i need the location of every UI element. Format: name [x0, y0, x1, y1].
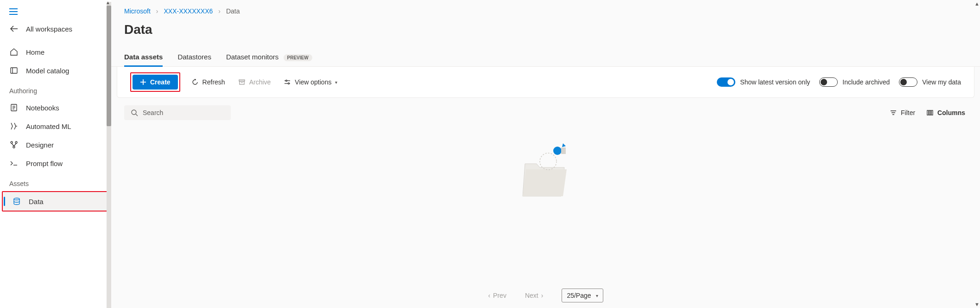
svg-rect-37 — [561, 148, 566, 154]
svg-point-26 — [288, 83, 290, 84]
svg-rect-4 — [11, 68, 17, 73]
home-icon — [9, 47, 19, 57]
svg-point-13 — [13, 146, 15, 148]
pagination: ‹ Prev Next › 25/Page ▾ — [111, 283, 980, 308]
chevron-down-icon: ▾ — [596, 293, 598, 298]
tab-data-assets[interactable]: Data assets — [124, 48, 163, 66]
tab-datastores[interactable]: Datastores — [177, 48, 211, 66]
designer-icon — [9, 140, 19, 149]
sidebar-section-assets: Assets — [0, 173, 111, 191]
all-workspaces-link[interactable]: All workspaces — [0, 19, 111, 38]
create-button[interactable]: Create — [133, 75, 178, 90]
svg-rect-33 — [929, 110, 931, 115]
svg-line-15 — [14, 143, 16, 146]
chevron-right-icon: › — [156, 7, 158, 15]
svg-rect-34 — [931, 110, 933, 115]
chevron-right-icon: › — [218, 7, 221, 15]
automl-icon — [9, 122, 19, 131]
view-options-button[interactable]: View options ▾ — [282, 76, 339, 89]
search-icon — [131, 109, 138, 116]
columns-button[interactable]: Columns — [924, 106, 967, 119]
sidebar-item-model-catalog[interactable]: Model catalog — [0, 61, 111, 80]
sidebar-item-label: Model catalog — [26, 67, 69, 75]
sidebar-item-data[interactable]: Data — [3, 192, 108, 211]
toolbar: Create Refresh Archive View options ▾ — [117, 67, 974, 98]
breadcrumb: Microsoft › XXX-XXXXXXX6 › Data — [111, 0, 980, 19]
preview-badge: PREVIEW — [284, 54, 312, 61]
page-size-select[interactable]: 25/Page ▾ — [562, 289, 603, 302]
include-archived-toggle-group: Include archived — [819, 77, 890, 87]
svg-point-27 — [132, 110, 136, 115]
hamburger-menu[interactable] — [0, 4, 111, 19]
view-my-data-toggle[interactable] — [899, 77, 917, 87]
filter-icon — [890, 109, 897, 116]
archive-button: Archive — [236, 76, 273, 89]
svg-rect-32 — [927, 110, 929, 115]
sidebar-item-label: Data — [29, 198, 44, 205]
toggle-label: Show latest version only — [740, 78, 810, 86]
empty-state — [111, 122, 980, 283]
breadcrumb-current: Data — [226, 7, 240, 15]
tabs: Data assets Datastores Dataset monitors … — [111, 48, 980, 67]
sidebar-item-home[interactable]: Home — [0, 43, 111, 61]
include-archived-toggle[interactable] — [819, 77, 838, 87]
show-latest-toggle-group: Show latest version only — [717, 77, 810, 87]
arrow-left-icon — [9, 24, 19, 33]
data-icon — [12, 197, 21, 206]
search-box[interactable] — [124, 105, 231, 120]
page-title: Data — [111, 19, 980, 48]
chevron-left-icon: ‹ — [488, 292, 490, 299]
sidebar-section-authoring: Authoring — [0, 80, 111, 98]
sidebar-scrollbar[interactable]: ▲ — [107, 2, 111, 308]
main-scrollbar[interactable]: ▲ ▼ — [974, 0, 980, 308]
notebook-icon — [9, 103, 19, 112]
svg-point-24 — [286, 80, 287, 82]
sidebar-item-label: Notebooks — [26, 104, 59, 112]
archive-icon — [238, 78, 246, 86]
sidebar-item-notebooks[interactable]: Notebooks — [0, 98, 111, 117]
sidebar-item-label: Home — [26, 48, 44, 56]
sidebar-item-label: Prompt flow — [26, 160, 63, 167]
refresh-button[interactable]: Refresh — [190, 76, 227, 89]
svg-marker-38 — [562, 143, 566, 147]
sliders-icon — [284, 78, 291, 86]
sidebar-item-label: Automated ML — [26, 122, 71, 130]
search-input[interactable] — [143, 109, 224, 116]
sidebar-item-label: Designer — [26, 141, 54, 149]
columns-icon — [926, 109, 934, 116]
main-content: Microsoft › XXX-XXXXXXX6 › Data Data Dat… — [111, 0, 980, 308]
svg-point-36 — [553, 147, 562, 155]
sidebar-item-designer[interactable]: Designer — [0, 135, 111, 154]
toggle-label: Include archived — [842, 78, 890, 86]
next-page-button: Next › — [525, 292, 543, 299]
toggle-label: View my data — [922, 78, 961, 86]
breadcrumb-link[interactable]: Microsoft — [124, 7, 151, 15]
refresh-icon — [191, 78, 199, 86]
svg-line-14 — [12, 143, 14, 146]
all-workspaces-label: All workspaces — [26, 25, 72, 33]
show-latest-toggle[interactable] — [717, 77, 735, 87]
prev-page-button: ‹ Prev — [488, 292, 506, 299]
filter-button[interactable]: Filter — [888, 106, 917, 119]
chevron-down-icon: ▾ — [335, 80, 337, 85]
prompt-flow-icon — [9, 159, 19, 168]
tab-dataset-monitors[interactable]: Dataset monitors PREVIEW — [226, 48, 312, 66]
chevron-right-icon: › — [541, 292, 544, 299]
sidebar-item-prompt-flow[interactable]: Prompt flow — [0, 154, 111, 173]
catalog-icon — [9, 66, 19, 75]
view-my-data-toggle-group: View my data — [899, 77, 961, 87]
sidebar-item-automated-ml[interactable]: Automated ML — [0, 117, 111, 135]
plus-icon — [140, 79, 146, 85]
sidebar: All workspaces Home Model catalog Author… — [0, 0, 111, 308]
svg-point-12 — [15, 141, 17, 143]
svg-line-28 — [136, 114, 138, 116]
svg-point-11 — [11, 141, 13, 143]
svg-point-17 — [14, 198, 19, 200]
empty-folder-illustration — [511, 136, 581, 205]
content-bar: Filter Columns — [111, 98, 980, 122]
breadcrumb-link[interactable]: XXX-XXXXXXX6 — [164, 7, 213, 15]
